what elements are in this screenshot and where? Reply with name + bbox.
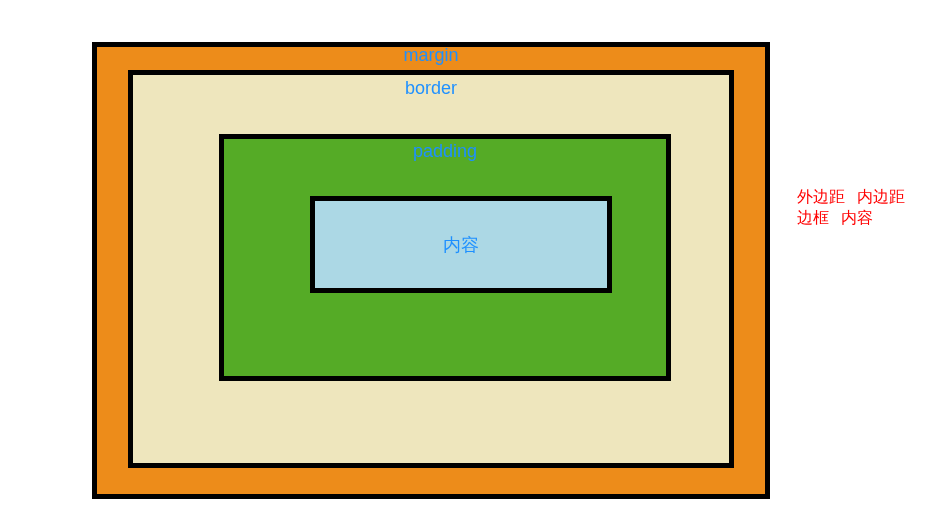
side-text-padding: 内边距 (857, 188, 905, 205)
border-box: border padding 内容 (128, 70, 734, 468)
side-line-1: 外边距内边距 (797, 187, 905, 208)
margin-box: margin border padding 内容 (92, 42, 770, 499)
border-label: border (405, 78, 457, 99)
padding-label: padding (413, 141, 477, 162)
side-text-content: 内容 (841, 209, 873, 226)
side-text-margin: 外边距 (797, 188, 845, 205)
content-box: 内容 (310, 196, 612, 293)
side-legend: 外边距内边距 边框内容 (797, 187, 905, 229)
side-text-border: 边框 (797, 209, 829, 226)
margin-label: margin (403, 45, 458, 66)
padding-box: padding 内容 (219, 134, 671, 381)
side-line-2: 边框内容 (797, 208, 905, 229)
content-label: 内容 (443, 233, 479, 257)
